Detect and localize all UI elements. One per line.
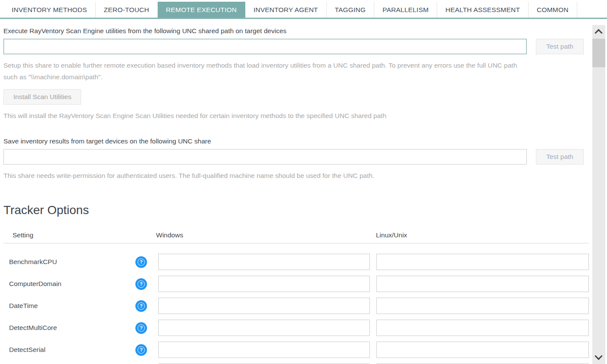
tab-inventory-agent[interactable]: INVENTORY AGENT: [245, 2, 326, 18]
linux-value-input[interactable]: [376, 254, 589, 270]
remote-execution-panel: Execute RayVentory Scan Engine utilities…: [0, 27, 589, 364]
column-header-windows: Windows: [155, 231, 374, 239]
linux-value-input[interactable]: [376, 342, 589, 358]
table-row-detectserial: DetectSerial ?: [3, 342, 589, 358]
setting-name: DetectMultiCore: [3, 324, 135, 332]
tracker-table-header: Setting Windows Linux/Unix: [3, 231, 589, 243]
settings-tabbar: INVENTORY METHODS ZERO-TOUCH REMOTE EXEC…: [0, 2, 607, 19]
install-scan-utilities-help: This will install the RayVentory Scan En…: [3, 110, 528, 121]
linux-value-input[interactable]: [376, 320, 589, 336]
windows-value-input[interactable]: [158, 298, 370, 314]
save-results-help: This share needs write-permission for au…: [3, 170, 528, 181]
save-results-input[interactable]: [3, 149, 527, 165]
windows-value-input[interactable]: [158, 342, 370, 358]
windows-value-input[interactable]: [158, 320, 370, 336]
save-results-label: Save inventory results from target devic…: [3, 137, 589, 145]
tab-common[interactable]: COMMON: [529, 2, 577, 18]
column-header-setting: Setting: [3, 231, 155, 239]
help-icon[interactable]: ?: [135, 278, 147, 290]
setting-name: ComputerDomain: [3, 280, 135, 288]
linux-value-input[interactable]: [376, 298, 589, 314]
tab-remote-execution[interactable]: REMOTE EXECUTION: [158, 2, 245, 18]
windows-value-input[interactable]: [158, 254, 370, 270]
windows-value-input[interactable]: [158, 276, 370, 292]
tab-parallelism[interactable]: PARALLELISM: [374, 2, 437, 18]
test-path-button-save[interactable]: Test path: [536, 149, 584, 165]
scroll-up-icon[interactable]: [594, 29, 602, 37]
setting-name: DetectSerial: [3, 346, 135, 354]
test-path-button-execute[interactable]: Test path: [536, 39, 584, 54]
help-icon[interactable]: ?: [135, 256, 147, 268]
tracker-table-body: BenchmarkCPU ? ComputerDomain ? DateTime…: [3, 254, 589, 364]
scrollbar-thumb[interactable]: [592, 39, 605, 67]
execute-unc-label: Execute RayVentory Scan Engine utilities…: [3, 27, 589, 35]
help-icon[interactable]: ?: [135, 322, 147, 334]
linux-value-input[interactable]: [376, 276, 589, 292]
table-row-benchmarkcpu: BenchmarkCPU ?: [3, 254, 589, 270]
tab-health-assessment[interactable]: HEALTH ASSESSMENT: [437, 2, 529, 18]
table-row-datetime: DateTime ?: [3, 298, 589, 314]
table-row-computerdomain: ComputerDomain ?: [3, 276, 589, 292]
install-scan-utilities-button[interactable]: Install Scan Utilities: [3, 89, 81, 105]
tab-inventory-methods[interactable]: INVENTORY METHODS: [3, 2, 96, 18]
execute-unc-help: Setup this share to enable further remot…: [3, 59, 528, 83]
help-icon[interactable]: ?: [135, 300, 147, 312]
table-row-detectmulticore: DetectMultiCore ?: [3, 320, 589, 336]
scroll-down-icon[interactable]: [594, 352, 602, 360]
tab-tagging[interactable]: TAGGING: [327, 2, 375, 18]
setting-name: DateTime: [3, 302, 135, 310]
tab-zero-touch[interactable]: ZERO-TOUCH: [96, 2, 158, 18]
setting-name: BenchmarkCPU: [3, 258, 135, 266]
vertical-scrollbar[interactable]: [592, 25, 605, 364]
column-header-linux: Linux/Unix: [374, 231, 407, 239]
execute-unc-input[interactable]: [3, 39, 527, 54]
help-icon[interactable]: ?: [135, 344, 147, 356]
tracker-options-title: Tracker Options: [3, 203, 589, 217]
